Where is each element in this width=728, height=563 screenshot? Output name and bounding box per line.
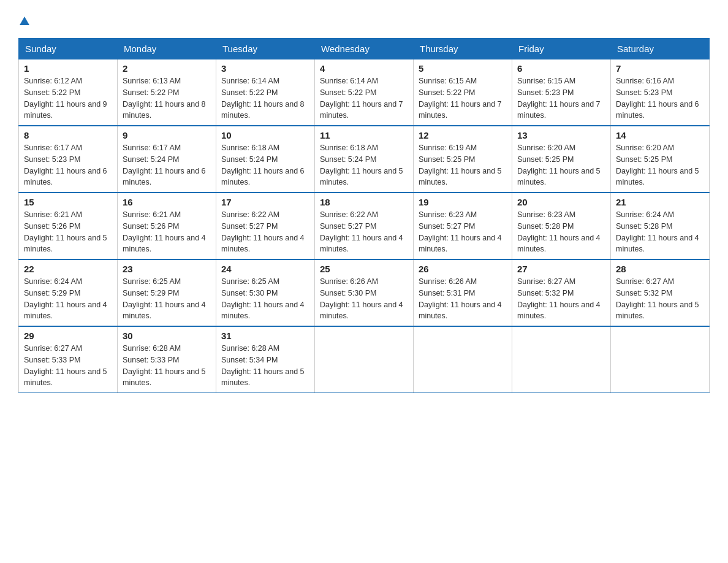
day-info: Sunrise: 6:14 AMSunset: 5:22 PMDaylight:…	[320, 75, 408, 121]
calendar-cell: 11Sunrise: 6:18 AMSunset: 5:24 PMDayligh…	[315, 126, 414, 193]
logo-text-block	[18, 12, 29, 28]
page-header	[18, 12, 710, 28]
day-number: 3	[221, 63, 309, 74]
calendar-cell: 22Sunrise: 6:24 AMSunset: 5:29 PMDayligh…	[19, 259, 118, 326]
day-number: 14	[616, 130, 704, 140]
header-sunday: Sunday	[19, 39, 118, 59]
day-info: Sunrise: 6:18 AMSunset: 5:24 PMDaylight:…	[221, 142, 309, 188]
calendar-week-row: 1Sunrise: 6:12 AMSunset: 5:22 PMDaylight…	[19, 59, 710, 126]
day-info: Sunrise: 6:17 AMSunset: 5:24 PMDaylight:…	[123, 142, 211, 188]
calendar-week-row: 8Sunrise: 6:17 AMSunset: 5:23 PMDaylight…	[19, 126, 710, 193]
calendar-week-row: 29Sunrise: 6:27 AMSunset: 5:33 PMDayligh…	[19, 326, 710, 393]
calendar-header-row: SundayMondayTuesdayWednesdayThursdayFrid…	[19, 39, 710, 59]
day-number: 9	[123, 130, 211, 140]
calendar-cell	[315, 326, 414, 393]
calendar-cell: 20Sunrise: 6:23 AMSunset: 5:28 PMDayligh…	[512, 193, 611, 259]
day-info: Sunrise: 6:15 AMSunset: 5:22 PMDaylight:…	[419, 75, 507, 121]
day-info: Sunrise: 6:28 AMSunset: 5:34 PMDaylight:…	[221, 343, 309, 389]
day-number: 22	[24, 264, 112, 274]
day-info: Sunrise: 6:22 AMSunset: 5:27 PMDaylight:…	[320, 209, 408, 255]
day-number: 16	[123, 197, 211, 207]
calendar-cell: 24Sunrise: 6:25 AMSunset: 5:30 PMDayligh…	[216, 259, 315, 326]
day-number: 19	[419, 197, 507, 207]
day-info: Sunrise: 6:20 AMSunset: 5:25 PMDaylight:…	[517, 142, 605, 188]
day-number: 15	[24, 197, 112, 207]
day-info: Sunrise: 6:23 AMSunset: 5:28 PMDaylight:…	[517, 209, 605, 255]
day-number: 31	[221, 331, 309, 341]
day-info: Sunrise: 6:12 AMSunset: 5:22 PMDaylight:…	[24, 75, 112, 121]
svg-marker-0	[20, 17, 29, 25]
day-number: 5	[419, 63, 507, 74]
header-monday: Monday	[118, 39, 216, 59]
day-number: 10	[221, 130, 309, 140]
day-number: 2	[123, 63, 211, 74]
day-number: 23	[123, 264, 211, 274]
day-number: 30	[123, 331, 211, 341]
day-info: Sunrise: 6:25 AMSunset: 5:29 PMDaylight:…	[123, 276, 211, 322]
calendar-cell: 31Sunrise: 6:28 AMSunset: 5:34 PMDayligh…	[216, 326, 315, 393]
calendar-cell: 27Sunrise: 6:27 AMSunset: 5:32 PMDayligh…	[512, 259, 611, 326]
day-number: 25	[320, 264, 408, 274]
day-number: 11	[320, 130, 408, 140]
day-number: 8	[24, 130, 112, 140]
calendar-cell: 28Sunrise: 6:27 AMSunset: 5:32 PMDayligh…	[611, 259, 710, 326]
calendar-week-row: 15Sunrise: 6:21 AMSunset: 5:26 PMDayligh…	[19, 193, 710, 259]
day-info: Sunrise: 6:18 AMSunset: 5:24 PMDaylight:…	[320, 142, 408, 188]
day-info: Sunrise: 6:27 AMSunset: 5:33 PMDaylight:…	[24, 343, 112, 389]
calendar-cell: 17Sunrise: 6:22 AMSunset: 5:27 PMDayligh…	[216, 193, 315, 259]
logo	[18, 12, 29, 28]
day-info: Sunrise: 6:15 AMSunset: 5:23 PMDaylight:…	[517, 75, 605, 121]
day-info: Sunrise: 6:22 AMSunset: 5:27 PMDaylight:…	[221, 209, 309, 255]
day-number: 17	[221, 197, 309, 207]
day-info: Sunrise: 6:21 AMSunset: 5:26 PMDaylight:…	[123, 209, 211, 255]
day-info: Sunrise: 6:27 AMSunset: 5:32 PMDaylight:…	[616, 276, 704, 322]
calendar-cell	[414, 326, 512, 393]
calendar-cell: 30Sunrise: 6:28 AMSunset: 5:33 PMDayligh…	[118, 326, 216, 393]
day-number: 7	[616, 63, 704, 74]
day-number: 12	[419, 130, 507, 140]
day-number: 28	[616, 264, 704, 274]
calendar-table: SundayMondayTuesdayWednesdayThursdayFrid…	[18, 38, 710, 393]
header-wednesday: Wednesday	[315, 39, 414, 59]
calendar-cell: 25Sunrise: 6:26 AMSunset: 5:30 PMDayligh…	[315, 259, 414, 326]
header-tuesday: Tuesday	[216, 39, 315, 59]
calendar-cell: 18Sunrise: 6:22 AMSunset: 5:27 PMDayligh…	[315, 193, 414, 259]
calendar-cell: 16Sunrise: 6:21 AMSunset: 5:26 PMDayligh…	[118, 193, 216, 259]
calendar-cell: 21Sunrise: 6:24 AMSunset: 5:28 PMDayligh…	[611, 193, 710, 259]
day-number: 21	[616, 197, 704, 207]
header-saturday: Saturday	[611, 39, 710, 59]
day-info: Sunrise: 6:28 AMSunset: 5:33 PMDaylight:…	[123, 343, 211, 389]
logo-triangle-icon	[20, 17, 29, 28]
calendar-cell: 5Sunrise: 6:15 AMSunset: 5:22 PMDaylight…	[414, 59, 512, 126]
calendar-cell: 12Sunrise: 6:19 AMSunset: 5:25 PMDayligh…	[414, 126, 512, 193]
day-number: 26	[419, 264, 507, 274]
day-info: Sunrise: 6:21 AMSunset: 5:26 PMDaylight:…	[24, 209, 112, 255]
logo-line1	[18, 12, 29, 28]
day-number: 1	[24, 63, 112, 74]
day-number: 18	[320, 197, 408, 207]
day-info: Sunrise: 6:13 AMSunset: 5:22 PMDaylight:…	[123, 75, 211, 121]
day-info: Sunrise: 6:16 AMSunset: 5:23 PMDaylight:…	[616, 75, 704, 121]
calendar-cell: 13Sunrise: 6:20 AMSunset: 5:25 PMDayligh…	[512, 126, 611, 193]
day-number: 27	[517, 264, 605, 274]
calendar-week-row: 22Sunrise: 6:24 AMSunset: 5:29 PMDayligh…	[19, 259, 710, 326]
calendar-cell: 4Sunrise: 6:14 AMSunset: 5:22 PMDaylight…	[315, 59, 414, 126]
day-info: Sunrise: 6:26 AMSunset: 5:31 PMDaylight:…	[419, 276, 507, 322]
calendar-cell: 8Sunrise: 6:17 AMSunset: 5:23 PMDaylight…	[19, 126, 118, 193]
header-friday: Friday	[512, 39, 611, 59]
day-info: Sunrise: 6:20 AMSunset: 5:25 PMDaylight:…	[616, 142, 704, 188]
day-number: 6	[517, 63, 605, 74]
day-info: Sunrise: 6:27 AMSunset: 5:32 PMDaylight:…	[517, 276, 605, 322]
day-info: Sunrise: 6:24 AMSunset: 5:28 PMDaylight:…	[616, 209, 704, 255]
calendar-cell: 14Sunrise: 6:20 AMSunset: 5:25 PMDayligh…	[611, 126, 710, 193]
day-info: Sunrise: 6:26 AMSunset: 5:30 PMDaylight:…	[320, 276, 408, 322]
calendar-cell: 1Sunrise: 6:12 AMSunset: 5:22 PMDaylight…	[19, 59, 118, 126]
day-number: 4	[320, 63, 408, 74]
day-info: Sunrise: 6:25 AMSunset: 5:30 PMDaylight:…	[221, 276, 309, 322]
day-number: 24	[221, 264, 309, 274]
calendar-cell	[512, 326, 611, 393]
calendar-cell: 2Sunrise: 6:13 AMSunset: 5:22 PMDaylight…	[118, 59, 216, 126]
day-info: Sunrise: 6:24 AMSunset: 5:29 PMDaylight:…	[24, 276, 112, 322]
day-info: Sunrise: 6:17 AMSunset: 5:23 PMDaylight:…	[24, 142, 112, 188]
day-info: Sunrise: 6:19 AMSunset: 5:25 PMDaylight:…	[419, 142, 507, 188]
